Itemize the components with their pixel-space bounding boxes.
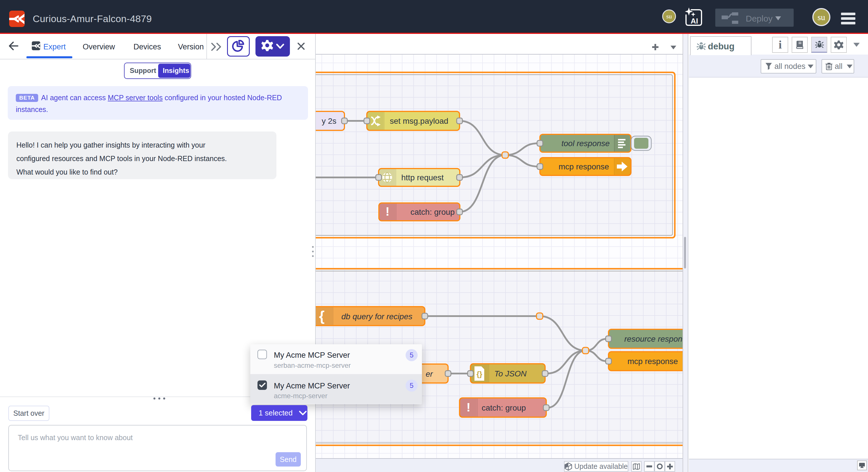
svg-text:{}: {} xyxy=(476,370,482,378)
svg-text:tool response: tool response xyxy=(561,139,610,148)
svg-text:!: ! xyxy=(466,401,470,414)
svg-text:To JSON: To JSON xyxy=(494,369,527,378)
svg-text:{: { xyxy=(319,308,324,324)
svg-text:catch: group: catch: group xyxy=(482,403,526,412)
svg-text:!: ! xyxy=(385,205,390,218)
svg-text:y 2s: y 2s xyxy=(322,117,336,125)
svg-text:mcp response: mcp response xyxy=(627,357,678,366)
svg-text:db query for recipes: db query for recipes xyxy=(341,312,412,321)
svg-text:er: er xyxy=(426,370,433,378)
svg-text:catch: group: catch: group xyxy=(410,208,455,216)
svg-text:set msg.payload: set msg.payload xyxy=(390,117,448,125)
svg-text:AI: AI xyxy=(691,17,698,25)
svg-text:mcp response: mcp response xyxy=(559,162,609,171)
svg-text:http request: http request xyxy=(401,173,444,182)
svg-text:resource response: resource response xyxy=(624,334,683,343)
